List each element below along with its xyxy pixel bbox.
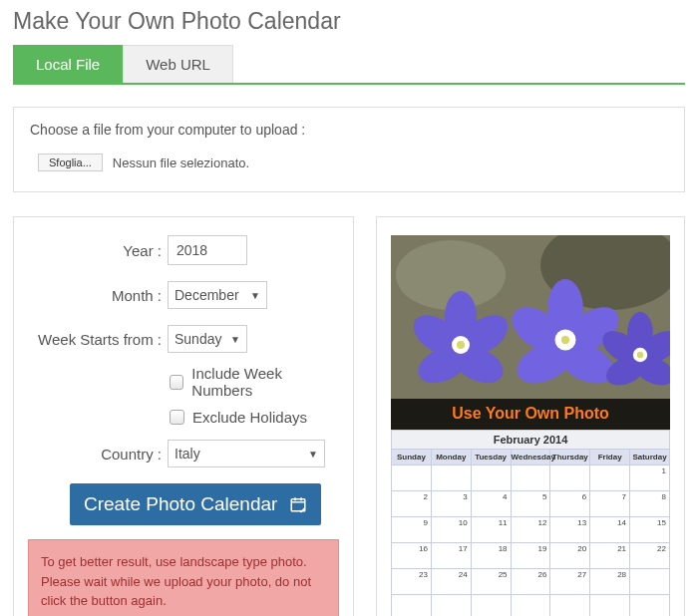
calendar-cell: 9: [392, 517, 432, 543]
country-label: Country :: [28, 446, 168, 462]
svg-point-27: [637, 352, 643, 358]
preview-photo: Use Your Own Photo: [391, 235, 670, 430]
calendar-cell: 16: [392, 543, 432, 569]
year-input[interactable]: [168, 235, 247, 265]
tab-web-url[interactable]: Web URL: [123, 45, 233, 83]
file-status: Nessun file selezionato.: [113, 155, 249, 170]
year-label: Year :: [28, 242, 168, 259]
info-alert: To get better result, use landscape type…: [28, 539, 339, 616]
calendar-cell: 7: [590, 491, 630, 517]
calendar-cell: 11: [471, 517, 511, 543]
calendar-cell: 6: [550, 491, 590, 517]
tab-local-file[interactable]: Local File: [13, 45, 123, 83]
preview-banner: Use Your Own Photo: [391, 399, 670, 430]
week-start-select[interactable]: Sunday ▼: [168, 325, 247, 353]
calendar-cell: [431, 465, 471, 491]
calendar-icon: [289, 495, 307, 513]
calendar-cell: 3: [431, 491, 471, 517]
create-calendar-label: Create Photo Calendar: [84, 493, 277, 515]
calendar-cell: 24: [431, 569, 471, 595]
exclude-holidays-label: Exclude Holidays: [192, 409, 307, 426]
calendar-cell: [630, 595, 670, 617]
week-start-label: Week Starts from :: [28, 331, 168, 348]
calendar-cell: 22: [630, 543, 670, 569]
dow-header: Saturday: [630, 450, 670, 465]
dow-header: Tuesday: [471, 450, 511, 465]
calendar-cell: 26: [511, 569, 550, 595]
calendar-cell: 19: [511, 543, 550, 569]
calendar-cell: 21: [590, 543, 630, 569]
dow-header: Sunday: [392, 450, 432, 465]
options-panel: Year : Month : December ▼ Week Starts fr…: [13, 216, 354, 616]
calendar-cell: [511, 465, 550, 491]
preview-calendar: SundayMondayTuesdayWednesdayThursdayFrid…: [391, 449, 670, 616]
calendar-cell: 27: [550, 569, 590, 595]
calendar-cell: 14: [590, 517, 630, 543]
calendar-cell: 18: [471, 543, 511, 569]
calendar-cell: [511, 595, 550, 617]
include-week-numbers-label: Include Week Numbers: [191, 365, 339, 399]
calendar-cell: 17: [431, 543, 471, 569]
source-tabs: Local File Web URL: [13, 45, 685, 85]
svg-point-13: [457, 341, 465, 349]
dow-header: Friday: [590, 450, 630, 465]
svg-point-20: [561, 336, 569, 344]
preview-panel: Use Your Own Photo February 2014 SundayM…: [376, 216, 685, 616]
calendar-cell: 15: [630, 517, 670, 543]
calendar-cell: 1: [630, 465, 670, 491]
dow-header: Wednesday: [511, 450, 550, 465]
calendar-cell: [590, 465, 630, 491]
calendar-cell: 20: [550, 543, 590, 569]
include-week-numbers-checkbox[interactable]: [170, 375, 183, 390]
calendar-cell: 5: [511, 491, 550, 517]
country-value: Italy: [174, 446, 200, 462]
chevron-down-icon: ▼: [250, 290, 260, 301]
month-label: Month :: [28, 287, 168, 304]
calendar-cell: [550, 465, 590, 491]
calendar-cell: 10: [431, 517, 471, 543]
upload-label: Choose a file from your computer to uplo…: [30, 122, 668, 138]
dow-header: Monday: [431, 450, 471, 465]
dow-header: Thursday: [550, 450, 590, 465]
page-title: Make Your Own Photo Calendar: [13, 8, 685, 35]
country-select[interactable]: Italy ▼: [168, 440, 325, 467]
calendar-cell: [431, 595, 471, 617]
calendar-cell: 28: [590, 569, 630, 595]
calendar-cell: [590, 595, 630, 617]
exclude-holidays-checkbox[interactable]: [170, 410, 184, 425]
calendar-cell: 25: [471, 569, 511, 595]
browse-button[interactable]: Sfoglia...: [38, 154, 103, 171]
chevron-down-icon: ▼: [230, 334, 240, 345]
preview-month-title: February 2014: [391, 430, 670, 449]
month-value: December: [174, 287, 239, 303]
calendar-cell: [471, 595, 511, 617]
calendar-cell: 12: [511, 517, 550, 543]
chevron-down-icon: ▼: [308, 449, 318, 460]
calendar-cell: [630, 569, 670, 595]
calendar-cell: 8: [630, 491, 670, 517]
calendar-cell: 4: [471, 491, 511, 517]
calendar-cell: 2: [392, 491, 432, 517]
create-calendar-button[interactable]: Create Photo Calendar: [70, 483, 321, 525]
calendar-cell: [392, 595, 432, 617]
month-select[interactable]: December ▼: [168, 281, 267, 309]
calendar-cell: [471, 465, 511, 491]
calendar-cell: [392, 465, 432, 491]
week-start-value: Sunday: [174, 331, 221, 347]
calendar-cell: 23: [392, 569, 432, 595]
upload-panel: Choose a file from your computer to uplo…: [13, 107, 685, 192]
calendar-cell: [550, 595, 590, 617]
calendar-cell: 13: [550, 517, 590, 543]
